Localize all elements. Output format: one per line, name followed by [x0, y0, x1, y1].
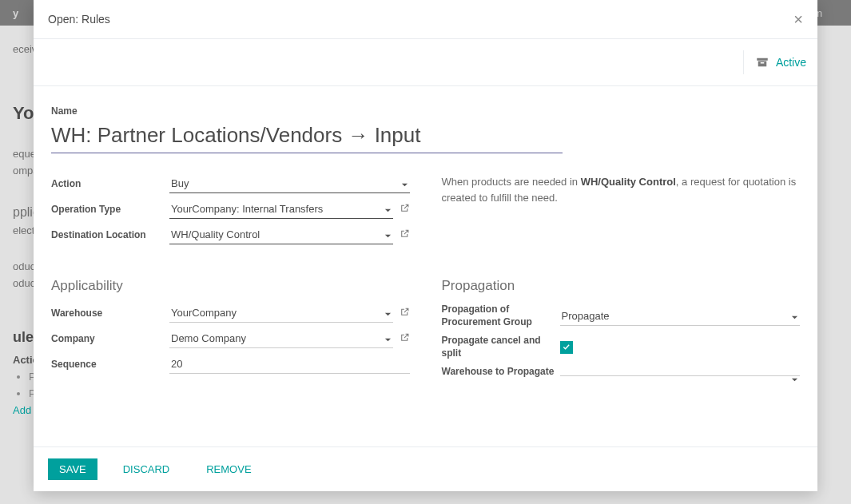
logo-fragment: y	[13, 7, 18, 19]
modal-title: Open: Rules	[48, 13, 110, 26]
modal-dialog: Open: Rules × Active Name Action Buy	[34, 0, 817, 26]
modal-header: Open: Rules ×	[34, 0, 817, 26]
close-icon[interactable]: ×	[793, 11, 803, 26]
